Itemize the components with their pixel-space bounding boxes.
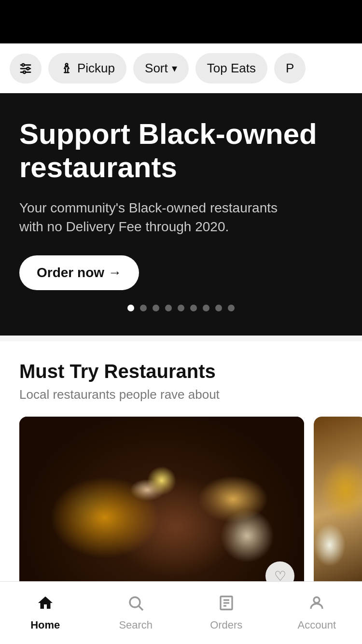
sort-chevron-icon: ▾	[172, 62, 177, 75]
svg-point-9	[130, 597, 140, 607]
svg-point-5	[23, 71, 26, 73]
nav-item-search[interactable]: Search	[91, 594, 181, 631]
top-eats-button[interactable]: Top Eats	[195, 53, 267, 84]
top-eats-label: Top Eats	[207, 61, 256, 76]
pickup-person-icon	[60, 62, 73, 75]
home-label: Home	[30, 619, 60, 631]
svg-point-3	[22, 64, 25, 66]
pickup-button[interactable]: Pickup	[48, 53, 126, 84]
hero-subtitle: Your community's Black-owned restaurants…	[19, 198, 299, 236]
koco-card-image-wrapper: ♡	[19, 417, 304, 600]
filter-icon-button[interactable]	[10, 54, 42, 84]
home-icon	[37, 594, 54, 616]
account-icon	[308, 594, 325, 616]
filter-bar: Pickup Sort ▾ Top Eats P	[0, 43, 362, 93]
nav-item-account[interactable]: Account	[272, 594, 362, 631]
svg-line-10	[139, 606, 143, 610]
dot-2[interactable]	[140, 305, 147, 311]
dot-1[interactable]	[127, 305, 134, 311]
section-subtitle: Local restaurants people rave about	[19, 387, 362, 402]
hero-banner: Support Black-owned restaurants Your com…	[0, 93, 362, 336]
svg-point-15	[314, 597, 320, 603]
lac-food-image	[314, 417, 362, 600]
filter-sliders-icon	[18, 61, 33, 76]
svg-point-6	[66, 63, 68, 66]
home-svg-icon	[37, 594, 54, 612]
search-svg-icon	[127, 594, 144, 612]
orders-icon	[218, 594, 235, 616]
dot-8[interactable]	[215, 305, 222, 311]
nav-item-home[interactable]: Home	[0, 594, 91, 631]
pagination-dots	[19, 290, 343, 321]
hero-title: Support Black-owned restaurants	[19, 117, 343, 184]
dot-3[interactable]	[153, 305, 159, 311]
svg-point-4	[27, 67, 29, 70]
sort-label: Sort	[145, 61, 168, 76]
dot-7[interactable]	[203, 305, 209, 311]
sort-button[interactable]: Sort ▾	[133, 53, 189, 84]
price-filter-button[interactable]: P	[274, 53, 306, 84]
section-title: Must Try Restaurants	[19, 361, 362, 382]
order-now-button[interactable]: Order now →	[19, 255, 139, 290]
koco-food-image	[19, 417, 304, 600]
dot-6[interactable]	[190, 305, 197, 311]
bottom-nav: Home Search Orders Acco	[0, 581, 362, 644]
search-icon	[127, 594, 144, 616]
dot-9[interactable]	[228, 305, 235, 311]
nav-item-orders[interactable]: Orders	[181, 594, 272, 631]
account-label: Account	[298, 619, 336, 631]
order-now-label: Order now →	[37, 265, 122, 280]
orders-svg-icon	[218, 594, 235, 612]
price-label: P	[286, 61, 294, 76]
pickup-label: Pickup	[77, 61, 115, 76]
status-bar	[0, 0, 362, 43]
dot-5[interactable]	[178, 305, 184, 311]
account-svg-icon	[308, 594, 325, 612]
orders-label: Orders	[210, 619, 242, 631]
search-label: Search	[119, 619, 153, 631]
dot-4[interactable]	[165, 305, 172, 311]
